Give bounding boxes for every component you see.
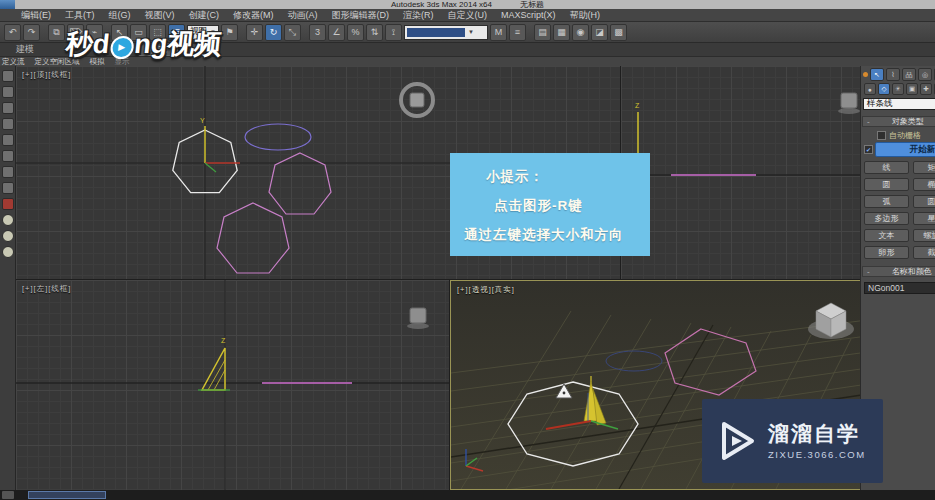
menu-animation[interactable]: 动画(A) bbox=[281, 9, 325, 21]
quick-access-toolbar[interactable] bbox=[0, 0, 15, 9]
category-geometry-icon[interactable]: ● bbox=[864, 83, 876, 95]
object-name-field[interactable]: NGon001 bbox=[864, 282, 935, 294]
viewport-top-label[interactable]: [+][顶][线框] bbox=[22, 70, 71, 80]
steering-wheel-widget[interactable] bbox=[401, 84, 433, 116]
align-icon[interactable]: ≡ bbox=[509, 24, 526, 41]
viewport-front[interactable]: Z bbox=[621, 66, 876, 279]
rollout-object-type[interactable]: - 对象类型 bbox=[862, 116, 935, 127]
ngon-shape-pink-2[interactable] bbox=[217, 203, 289, 273]
watermark-bottom-box: 溜溜自学 zixue.3066.com bbox=[702, 399, 883, 483]
tab-hierarchy-icon[interactable]: 品 bbox=[902, 68, 916, 81]
button-donut[interactable]: 圆环 bbox=[913, 195, 935, 208]
axis-z-label: Z bbox=[221, 337, 226, 344]
play-icon: ▶ bbox=[109, 36, 134, 59]
steering-wheel-widget[interactable] bbox=[838, 93, 860, 114]
dock-icon[interactable] bbox=[2, 166, 14, 178]
tab-modify-icon[interactable]: ⌇ bbox=[886, 68, 900, 81]
dock-icon[interactable] bbox=[2, 150, 14, 162]
rollout-name-color[interactable]: - 名称和颜色 bbox=[862, 266, 935, 277]
button-section[interactable]: 截面 bbox=[913, 246, 935, 259]
ellipse-shape[interactable] bbox=[606, 351, 662, 371]
menu-views[interactable]: 视图(V) bbox=[138, 9, 182, 21]
viewport-left-canvas: Z bbox=[16, 280, 449, 490]
spinner-snap-icon[interactable]: ⇅ bbox=[366, 24, 383, 41]
button-egg[interactable]: 卵形 bbox=[864, 246, 909, 259]
category-shapes-icon[interactable]: ◇ bbox=[878, 83, 890, 95]
steering-wheel-widget[interactable] bbox=[407, 308, 429, 329]
menu-create[interactable]: 创建(C) bbox=[182, 9, 227, 21]
snap-toggle-icon[interactable]: 3 bbox=[309, 24, 326, 41]
button-rectangle[interactable]: 矩形 bbox=[913, 161, 935, 174]
menu-edit[interactable]: 编辑(E) bbox=[14, 9, 58, 21]
chevron-down-icon: ▼ bbox=[468, 29, 474, 35]
menu-group[interactable]: 组(G) bbox=[102, 9, 138, 21]
button-text[interactable]: 文本 bbox=[864, 229, 909, 242]
dock-icon[interactable] bbox=[2, 102, 14, 114]
3dsmax-window: Autodesk 3ds Max 2014 x64 无标题 编辑(E) 工具(T… bbox=[0, 0, 935, 500]
viewport-left[interactable]: [+][左][线框] Z bbox=[16, 280, 449, 490]
menu-maxscript[interactable]: MAXScript(X) bbox=[494, 9, 563, 21]
rotate-icon[interactable]: ↻ bbox=[265, 24, 282, 41]
viewport-left-label[interactable]: [+][左][线框] bbox=[22, 284, 71, 294]
mini-listener-window[interactable] bbox=[28, 491, 106, 499]
ngon-shape-pink-1[interactable] bbox=[269, 153, 331, 214]
dock-icon[interactable] bbox=[2, 118, 14, 130]
dock-icon[interactable] bbox=[2, 134, 14, 146]
graphite-ribbon-icon[interactable]: ▦ bbox=[553, 24, 570, 41]
gizmo-z-axis[interactable] bbox=[205, 163, 216, 172]
selection-flag-icon[interactable]: ⚑ bbox=[221, 24, 238, 41]
schematic-view-icon[interactable]: ◪ bbox=[591, 24, 608, 41]
named-selection-combo[interactable]: ▼ bbox=[404, 25, 488, 40]
viewport-perspective-label[interactable]: [+][透视][真实] bbox=[457, 285, 515, 295]
button-arc[interactable]: 弧 bbox=[864, 195, 909, 208]
category-helpers-icon[interactable]: ✚ bbox=[920, 83, 932, 95]
start-new-shape-checkbox[interactable]: ✔ bbox=[864, 145, 873, 154]
menu-customize[interactable]: 自定义(U) bbox=[441, 9, 495, 21]
curve-editor-icon[interactable]: ◉ bbox=[572, 24, 589, 41]
angle-snap-icon[interactable]: ∠ bbox=[328, 24, 345, 41]
shape-type-dropdown[interactable]: 样条线 bbox=[863, 98, 935, 110]
button-ngon[interactable]: 多边形 bbox=[864, 212, 909, 225]
category-cameras-icon[interactable]: ▣ bbox=[906, 83, 918, 95]
redo-icon[interactable]: ↷ bbox=[23, 24, 40, 41]
tip-line-1: 小提示： bbox=[486, 168, 650, 186]
axis-y-label: Y bbox=[200, 117, 205, 124]
button-line[interactable]: 线 bbox=[864, 161, 909, 174]
menu-graph-editors[interactable]: 图形编辑器(D) bbox=[325, 9, 397, 21]
button-ellipse[interactable]: 椭圆 bbox=[913, 178, 935, 191]
edit-named-selection-icon[interactable]: ⟟ bbox=[385, 24, 402, 41]
tab-motion-icon[interactable]: ◎ bbox=[918, 68, 932, 81]
percent-snap-icon[interactable]: % bbox=[347, 24, 364, 41]
button-star[interactable]: 星形 bbox=[913, 212, 935, 225]
select-link-icon[interactable]: ⧉ bbox=[48, 24, 65, 41]
subtab-define-flow[interactable]: 定义流 bbox=[2, 57, 25, 66]
dock-icon[interactable] bbox=[2, 214, 14, 226]
viewcube[interactable] bbox=[808, 303, 854, 339]
dock-icon[interactable] bbox=[2, 230, 14, 242]
start-new-shape-button[interactable]: 开始新图形 bbox=[875, 142, 935, 157]
category-lights-icon[interactable]: ☀ bbox=[892, 83, 904, 95]
button-circle[interactable]: 圆 bbox=[864, 178, 909, 191]
tab-modeling[interactable]: 建模 bbox=[16, 43, 34, 56]
layer-manager-icon[interactable]: ▤ bbox=[534, 24, 551, 41]
tip-line-3: 通过左键选择大小和方向 bbox=[464, 226, 650, 244]
dock-icon[interactable] bbox=[2, 182, 14, 194]
dock-icon[interactable] bbox=[2, 246, 14, 258]
autogrid-checkbox[interactable]: 自动栅格 bbox=[877, 130, 921, 141]
ellipse-shape[interactable] bbox=[245, 124, 311, 150]
dock-icon[interactable] bbox=[2, 70, 14, 82]
dock-icon[interactable] bbox=[2, 86, 14, 98]
button-helix[interactable]: 螺旋线 bbox=[913, 229, 935, 242]
material-editor-icon[interactable]: ▩ bbox=[610, 24, 627, 41]
tab-create-icon[interactable]: ↖ bbox=[870, 68, 884, 81]
scale-icon[interactable]: ⤡ bbox=[284, 24, 301, 41]
undo-icon[interactable]: ↶ bbox=[4, 24, 21, 41]
menu-tools[interactable]: 工具(T) bbox=[58, 9, 102, 21]
dock-icon-record[interactable] bbox=[2, 198, 14, 210]
menu-rendering[interactable]: 渲染(R) bbox=[396, 9, 441, 21]
mirror-icon[interactable]: M bbox=[490, 24, 507, 41]
move-icon[interactable]: ✛ bbox=[246, 24, 263, 41]
maxscript-mini-icon[interactable] bbox=[2, 491, 14, 499]
menu-help[interactable]: 帮助(H) bbox=[563, 9, 608, 21]
menu-modifiers[interactable]: 修改器(M) bbox=[226, 9, 281, 21]
